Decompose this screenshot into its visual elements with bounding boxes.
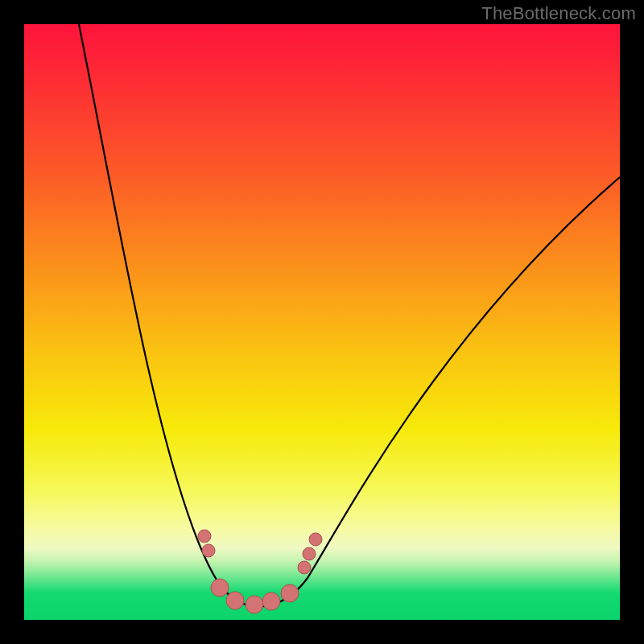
marker-point: [303, 547, 316, 560]
marker-point: [246, 596, 263, 613]
marker-point: [309, 533, 322, 546]
marker-point: [262, 592, 280, 610]
marker-point: [298, 561, 311, 574]
watermark-text: TheBottleneck.com: [481, 3, 636, 24]
bottleneck-curve: [79, 24, 620, 606]
marker-group: [198, 530, 322, 613]
marker-point: [202, 544, 215, 557]
chart-frame: TheBottleneck.com: [0, 0, 644, 644]
chart-svg: [24, 24, 620, 620]
marker-point: [198, 530, 211, 543]
marker-point: [281, 584, 299, 602]
marker-point: [211, 579, 229, 597]
marker-point: [226, 592, 244, 609]
